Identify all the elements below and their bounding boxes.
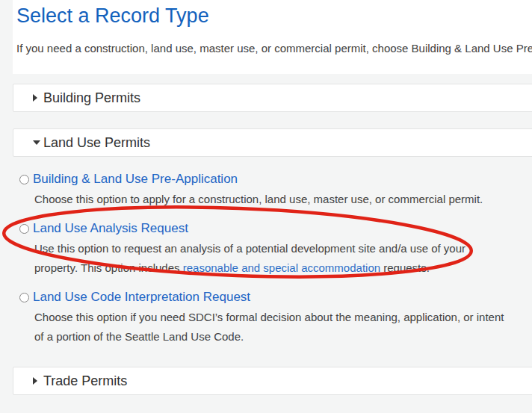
chevron-down-icon bbox=[33, 140, 43, 145]
reasonable-accommodation-link[interactable]: reasonable and special accommodation bbox=[183, 261, 380, 274]
option-description-line2: property. This option includes reasonabl… bbox=[34, 258, 532, 278]
option-link[interactable]: Land Use Analysis Request bbox=[33, 221, 188, 236]
option-description: Choose this option to apply for a constr… bbox=[34, 190, 532, 209]
select-record-type-page: Select a Record Type If you need a const… bbox=[0, 0, 532, 413]
accordion-label: Land Use Permits bbox=[43, 135, 150, 151]
option-land-use-code-interpretation-request: Land Use Code Interpretation Request Cho… bbox=[19, 290, 532, 347]
option-description-line1: Use this option to request an analysis o… bbox=[34, 239, 532, 258]
radio-land-use-code-interpretation-request[interactable] bbox=[19, 293, 29, 302]
page-title: Select a Record Type bbox=[16, 4, 209, 28]
land-use-permits-content: Building & Land Use Pre-Application Choo… bbox=[13, 158, 532, 358]
accordion-label: Trade Permits bbox=[43, 373, 127, 389]
option-description-line1: Choose this option if you need SDCI’s fo… bbox=[34, 308, 532, 327]
intro-text: If you need a construction, land use, ma… bbox=[16, 42, 532, 55]
radio-building-land-use-pre-application[interactable] bbox=[19, 175, 29, 184]
option-link[interactable]: Building & Land Use Pre-Application bbox=[33, 172, 238, 187]
chevron-right-icon bbox=[33, 377, 43, 385]
accordion-land-use-permits[interactable]: Land Use Permits bbox=[13, 128, 532, 157]
option-link[interactable]: Land Use Code Interpretation Request bbox=[33, 290, 250, 305]
chevron-right-icon bbox=[33, 94, 43, 102]
option-building-land-use-pre-application: Building & Land Use Pre-Application Choo… bbox=[19, 172, 532, 209]
option-land-use-analysis-request: Land Use Analysis Request Use this optio… bbox=[19, 221, 532, 278]
option-description-line2: of a portion of the Seattle Land Use Cod… bbox=[34, 327, 532, 347]
radio-land-use-analysis-request[interactable] bbox=[19, 224, 29, 234]
accordion-building-permits[interactable]: Building Permits bbox=[13, 84, 532, 112]
accordion-trade-permits[interactable]: Trade Permits bbox=[13, 367, 532, 395]
accordion-label: Building Permits bbox=[43, 90, 140, 106]
